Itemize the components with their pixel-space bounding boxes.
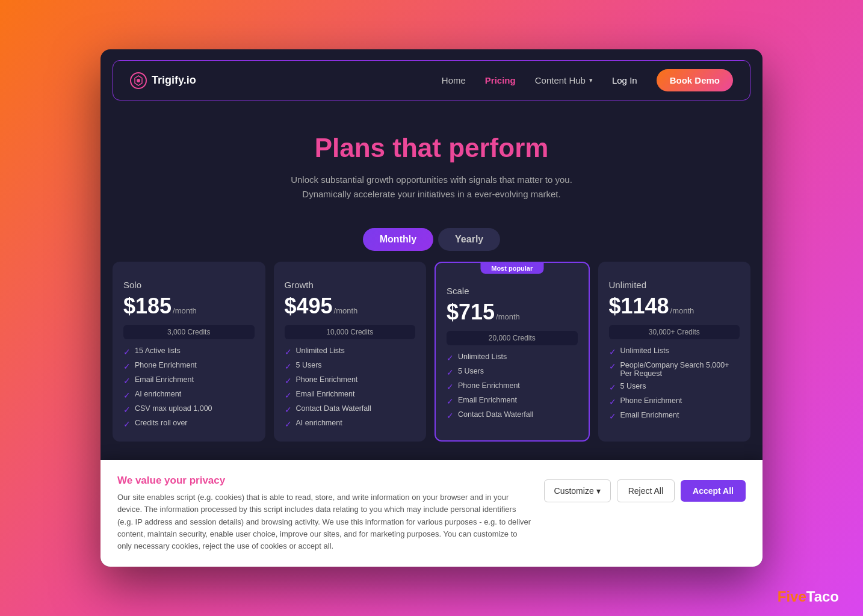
watermark: FiveTaco [778, 588, 839, 605]
feature-item: ✓CSV max upload 1,000 [123, 404, 255, 414]
home-link[interactable]: Home [442, 75, 466, 85]
cookie-actions: Customize ▾ Reject All Accept All [544, 479, 746, 502]
customize-button[interactable]: Customize ▾ [544, 479, 611, 502]
book-demo-button[interactable]: Book Demo [657, 69, 733, 91]
plan-scale-name: Scale [447, 286, 578, 296]
check-icon: ✓ [123, 390, 131, 400]
plan-growth-name: Growth [285, 280, 416, 290]
plan-unlimited-price: $1148 /month [609, 294, 740, 319]
accept-all-button[interactable]: Accept All [681, 480, 746, 502]
popular-badge: Most popular [480, 263, 543, 274]
plan-unlimited: Unlimited $1148 /month 30,000+ Credits ✓… [598, 262, 751, 442]
check-icon: ✓ [609, 347, 616, 357]
feature-item: ✓15 Active lists [123, 346, 255, 357]
feature-item: ✓Unlimited Lists [609, 346, 740, 357]
plan-solo-credits: 3,000 Credits [123, 325, 255, 339]
check-icon: ✓ [285, 362, 292, 371]
monthly-toggle[interactable]: Monthly [363, 228, 433, 251]
check-icon: ✓ [123, 362, 131, 371]
billing-toggle: Monthly Yearly [101, 228, 762, 251]
cookie-description: Our site enables script (e.g. cookies) t… [117, 491, 532, 552]
plan-scale: Most popular Scale $715 /month 20,000 Cr… [435, 262, 590, 442]
cookie-title: We value your privacy [117, 475, 532, 487]
check-icon: ✓ [447, 396, 454, 406]
feature-item: ✓Unlimited Lists [447, 353, 578, 363]
check-icon: ✓ [285, 347, 292, 357]
plan-scale-credits: 20,000 Credits [447, 331, 578, 345]
feature-item: ✓AI enrichment [285, 419, 416, 429]
hero-title: Plans that perform [113, 133, 750, 163]
check-icon: ✓ [123, 347, 131, 357]
feature-item: ✓Email Enrichment [447, 396, 578, 406]
check-icon: ✓ [285, 419, 292, 429]
hero-subtitle: Unlock substantial growth opportunities … [113, 173, 750, 202]
cookie-banner: We value your privacy Our site enables s… [101, 460, 762, 567]
nav-links: Home Pricing Content Hub ▾ Log In Book D… [442, 69, 733, 91]
check-icon: ✓ [285, 405, 292, 414]
plan-solo-price: $185 /month [123, 294, 255, 319]
check-icon: ✓ [609, 397, 616, 407]
plan-growth: Growth $495 /month 10,000 Credits ✓Unlim… [274, 262, 427, 442]
svg-point-1 [137, 79, 140, 82]
yearly-toggle[interactable]: Yearly [438, 228, 500, 251]
feature-item: ✓Email Enrichment [123, 375, 255, 386]
plan-unlimited-credits: 30,000+ Credits [609, 325, 740, 339]
brand-name: Trigify.io [152, 74, 196, 87]
pricing-link[interactable]: Pricing [485, 75, 516, 85]
check-icon: ✓ [447, 368, 454, 377]
check-icon: ✓ [285, 376, 292, 386]
feature-item: ✓People/Company Search 5,000+ Per Reques… [609, 361, 740, 378]
check-icon: ✓ [447, 353, 454, 363]
logo-icon [130, 72, 147, 89]
check-icon: ✓ [123, 376, 131, 386]
feature-item: ✓Phone Enrichment [285, 375, 416, 386]
navbar: Trigify.io Home Pricing Content Hub ▾ Lo… [113, 60, 750, 100]
hero-section: Plans that perform Unlock substantial gr… [101, 111, 762, 214]
plan-scale-price: $715 /month [447, 300, 578, 325]
check-icon: ✓ [447, 411, 454, 420]
check-icon: ✓ [609, 362, 616, 371]
cookie-text-block: We value your privacy Our site enables s… [117, 475, 532, 552]
feature-item: ✓Phone Enrichment [447, 381, 578, 392]
feature-item: ✓Unlimited Lists [285, 346, 416, 357]
check-icon: ✓ [447, 382, 454, 392]
reject-all-button[interactable]: Reject All [617, 479, 675, 502]
feature-item: ✓AI enrichment [123, 390, 255, 400]
plans-row: Solo $185 /month 3,000 Credits ✓15 Activ… [101, 262, 762, 442]
feature-item: ✓Phone Enrichment [609, 396, 740, 407]
check-icon: ✓ [285, 390, 292, 400]
plan-growth-credits: 10,000 Credits [285, 325, 416, 339]
plan-solo-name: Solo [123, 280, 255, 290]
check-icon: ✓ [123, 419, 131, 429]
login-button[interactable]: Log In [612, 75, 637, 85]
plan-unlimited-name: Unlimited [609, 280, 740, 290]
feature-item: ✓Email Enrichment [609, 411, 740, 421]
plan-growth-price: $495 /month [285, 294, 416, 319]
feature-item: ✓5 Users [447, 367, 578, 377]
feature-item: ✓5 Users [285, 361, 416, 371]
feature-item: ✓Contact Data Waterfall [285, 404, 416, 414]
chevron-down-icon: ▾ [596, 486, 601, 496]
logo[interactable]: Trigify.io [130, 72, 196, 89]
feature-item: ✓5 Users [609, 382, 740, 392]
feature-item: ✓Email Enrichment [285, 390, 416, 400]
plan-solo: Solo $185 /month 3,000 Credits ✓15 Activ… [113, 262, 265, 442]
check-icon: ✓ [609, 411, 616, 421]
feature-item: ✓Contact Data Waterfall [447, 410, 578, 420]
feature-item: ✓Credits roll over [123, 419, 255, 429]
feature-item: ✓Phone Enrichment [123, 361, 255, 371]
content-hub-dropdown[interactable]: Content Hub ▾ [535, 75, 593, 85]
check-icon: ✓ [123, 405, 131, 414]
check-icon: ✓ [609, 383, 616, 392]
chevron-down-icon: ▾ [589, 76, 593, 84]
